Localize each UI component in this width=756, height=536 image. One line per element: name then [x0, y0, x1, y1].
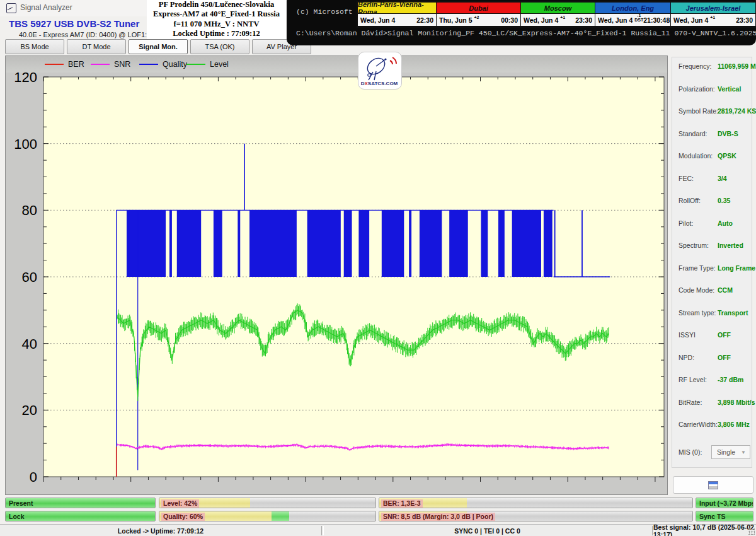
y-tick-label: 20: [22, 402, 37, 418]
param-row: NPD: OFF: [672, 354, 752, 363]
param-value: -37 dBm: [718, 376, 743, 383]
app-icon: [6, 3, 16, 13]
param-label: Frequency:: [679, 62, 712, 70]
clock-time: 22:30: [416, 16, 433, 24]
tab-tsa-ok-[interactable]: TSA (OK): [190, 39, 249, 54]
param-row: Symbol Rate: 2819,724 KS/s: [672, 107, 752, 116]
meter-label: Quality: 60%: [161, 513, 205, 521]
meter-label: SNR: 8,5 dB (Margin: 3,0 dB | Poor): [381, 513, 495, 521]
param-value: CCM: [718, 286, 733, 294]
param-row: ISSYI OFF: [672, 331, 752, 340]
note-line: f=11 070 MHz_V : NNTV: [147, 20, 286, 29]
params-panel: Frequency: 11069,959 MHzPolarization: Ve…: [672, 57, 752, 468]
param-value: OFF: [718, 354, 731, 361]
param-label: Stream type:: [679, 309, 716, 317]
clock-city: Berlin-Paris-Vienna-Roma: [358, 3, 436, 14]
meter-sync-ts: Sync TS: [696, 511, 753, 521]
meter-fill-good: [272, 511, 289, 521]
terminal-line: (c) Microsoft Co: [296, 8, 365, 16]
statusbar: Locked -> Uptime: 77:09:12 SYNC 0 | TEI …: [0, 524, 756, 536]
y-tick-label: 60: [22, 269, 37, 285]
param-value: Inverted: [718, 242, 743, 249]
clock-date: Wed, Jun 4: [524, 16, 558, 24]
meter-present: Present: [5, 498, 156, 508]
resize-grip[interactable]: [748, 528, 755, 535]
param-label: BitRate:: [679, 399, 702, 406]
clock-offset: +1: [710, 16, 715, 20]
meter-level: Level: 42%: [159, 498, 376, 508]
y-tick-label: 120: [14, 69, 37, 85]
statusbar-lock-uptime: Locked -> Uptime: 77:09:12: [0, 525, 321, 536]
y-tick-label: 0: [30, 469, 37, 485]
y-tick-label: 80: [22, 202, 37, 218]
statusbar-sync-counters: SYNC 0 | TEI 0 | CC 0: [323, 525, 652, 536]
param-value: 0.35: [718, 197, 730, 204]
meter-label: Sync TS: [696, 513, 725, 520]
clock-city: London, Eng: [595, 3, 670, 14]
clock-offset: +1: [560, 16, 565, 20]
param-row: FEC: 3/4: [672, 175, 752, 184]
param-value: 11069,959 MHz: [718, 62, 756, 70]
tab-bar: BS ModeDT ModeSignal Mon.TSA (OK)AV Play…: [5, 39, 311, 54]
clock-date: Wed, Jun 4: [360, 16, 395, 24]
y-tick-label: 40: [22, 336, 37, 352]
param-row: Standard: DVB-S: [672, 130, 752, 139]
clock-date: Wed, Jun 4: [673, 16, 708, 24]
param-value: Vertical: [718, 85, 741, 93]
param-value: OFF: [718, 331, 731, 339]
param-row: Polarization: Vertical: [672, 85, 752, 94]
clock-city: Moscow: [521, 3, 595, 14]
clock: Berlin-Paris-Vienna-Roma Wed, Jun 4 22:3…: [358, 3, 436, 26]
clock: Dubai Thu, Jun 5 +2 00:30: [436, 3, 520, 26]
param-label: RF Level:: [679, 376, 707, 383]
param-label: RollOff:: [679, 197, 701, 204]
meter-input-3-72-mbps-: Input (~3,72 Mbps): [696, 498, 753, 508]
param-row: RollOff: 0.35: [672, 197, 752, 206]
clock-date: Wed, Jun 4: [598, 16, 633, 24]
clock-city: Jerusalem-Israel: [671, 3, 755, 14]
note-line: PF Prodelin 450/Lučenec-Slovakia: [147, 0, 286, 9]
chevron-down-icon: ▼: [741, 450, 746, 455]
param-value: 3/4: [718, 175, 727, 182]
param-row: RF Level: -37 dBm: [672, 376, 752, 385]
meter-label: Input (~3,72 Mbps): [696, 499, 753, 507]
note-line: Express-AM7 at 40°E_Fixed-1 Russia: [147, 9, 286, 19]
param-value: QPSK: [718, 152, 736, 160]
param-value: DVB-S: [718, 130, 738, 137]
param-label: Pilot:: [679, 219, 693, 227]
note-overlay: PF Prodelin 450/Lučenec-Slovakia Express…: [147, 0, 286, 39]
transport-stream-button[interactable]: [673, 476, 753, 494]
param-label: Frame Type:: [679, 264, 716, 272]
clock: Jerusalem-Israel Wed, Jun 4 +1 23:30: [670, 3, 755, 26]
meter-label: Present: [6, 499, 33, 507]
param-value: Long Frame: [718, 264, 755, 272]
param-label: Polarization:: [679, 85, 715, 93]
signal-chart: 020406080100120: [6, 56, 667, 494]
clock-offset: -1 DST: [634, 14, 643, 22]
param-value: 2819,724 KS/s: [718, 107, 756, 115]
meter-label: Level: 42%: [161, 499, 199, 508]
clock-city: Dubai: [437, 3, 520, 14]
mis-value: Single: [717, 448, 735, 456]
meter-snr: SNR: 8,5 dB (Margin: 3,0 dB | Poor): [379, 511, 693, 521]
meter-quality: Quality: 60%: [159, 511, 376, 521]
param-row: Frequency: 11069,959 MHz: [672, 62, 752, 71]
tab-bs-mode[interactable]: BS Mode: [5, 39, 64, 54]
tuner-name: TBS 5927 USB DVB-S2 Tuner: [9, 18, 139, 29]
param-label: NPD:: [679, 354, 694, 361]
param-row: Frame Type: Long Frame: [672, 264, 752, 273]
param-label: CarrierWidth:: [679, 421, 718, 428]
param-label: ISSYI: [679, 331, 696, 339]
param-row: BitRate: 3,898 Mbit/s: [672, 399, 752, 407]
statusbar-best-signal: Best signal: 10,7 dB (2025-06-02 13:17): [653, 525, 756, 536]
meter-label: Lock: [6, 513, 25, 520]
clock-time: 21:30:48: [643, 16, 670, 24]
clock-time: 23:30: [575, 16, 592, 24]
param-value: 3,898 Mbit/s: [718, 399, 755, 406]
svg-text:DXSATCS.COM: DXSATCS.COM: [361, 81, 398, 86]
tab-signal-mon-[interactable]: Signal Mon.: [129, 39, 188, 54]
tab-dt-mode[interactable]: DT Mode: [67, 39, 126, 54]
clock-time: 23:30: [736, 16, 753, 24]
dxsatcs-logo: DXSATCS.COM: [358, 52, 402, 90]
mis-select[interactable]: Single ▼: [711, 445, 750, 459]
